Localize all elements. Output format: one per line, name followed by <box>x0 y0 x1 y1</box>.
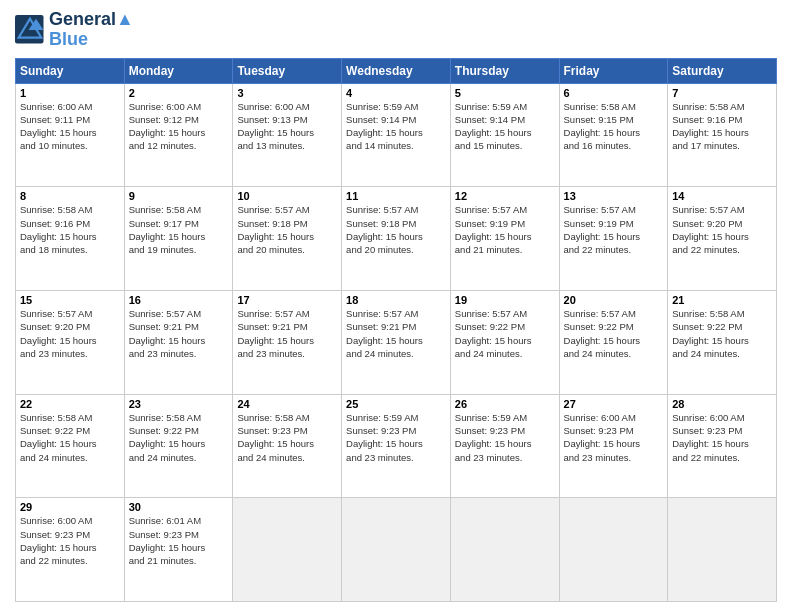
cell-content: Sunrise: 5:59 AMSunset: 9:23 PMDaylight:… <box>346 411 446 464</box>
calendar-cell: 11Sunrise: 5:57 AMSunset: 9:18 PMDayligh… <box>342 187 451 291</box>
calendar-cell: 21Sunrise: 5:58 AMSunset: 9:22 PMDayligh… <box>668 290 777 394</box>
day-number: 28 <box>672 398 772 410</box>
calendar-row-4: 29Sunrise: 6:00 AMSunset: 9:23 PMDayligh… <box>16 498 777 602</box>
cell-content: Sunrise: 6:00 AMSunset: 9:23 PMDaylight:… <box>20 514 120 567</box>
day-number: 14 <box>672 190 772 202</box>
calendar-cell: 9Sunrise: 5:58 AMSunset: 9:17 PMDaylight… <box>124 187 233 291</box>
calendar-header-saturday: Saturday <box>668 58 777 83</box>
day-number: 29 <box>20 501 120 513</box>
calendar-row-2: 15Sunrise: 5:57 AMSunset: 9:20 PMDayligh… <box>16 290 777 394</box>
calendar-table: SundayMondayTuesdayWednesdayThursdayFrid… <box>15 58 777 602</box>
cell-content: Sunrise: 5:58 AMSunset: 9:15 PMDaylight:… <box>564 100 664 153</box>
calendar-header-friday: Friday <box>559 58 668 83</box>
logo-text: General▲ Blue <box>49 10 134 50</box>
day-number: 24 <box>237 398 337 410</box>
calendar-header-tuesday: Tuesday <box>233 58 342 83</box>
calendar-cell: 14Sunrise: 5:57 AMSunset: 9:20 PMDayligh… <box>668 187 777 291</box>
day-number: 4 <box>346 87 446 99</box>
cell-content: Sunrise: 5:58 AMSunset: 9:22 PMDaylight:… <box>129 411 229 464</box>
cell-content: Sunrise: 5:57 AMSunset: 9:22 PMDaylight:… <box>564 307 664 360</box>
cell-content: Sunrise: 6:00 AMSunset: 9:12 PMDaylight:… <box>129 100 229 153</box>
cell-content: Sunrise: 5:57 AMSunset: 9:21 PMDaylight:… <box>129 307 229 360</box>
cell-content: Sunrise: 5:59 AMSunset: 9:23 PMDaylight:… <box>455 411 555 464</box>
day-number: 15 <box>20 294 120 306</box>
calendar-cell <box>233 498 342 602</box>
day-number: 7 <box>672 87 772 99</box>
cell-content: Sunrise: 5:58 AMSunset: 9:23 PMDaylight:… <box>237 411 337 464</box>
day-number: 20 <box>564 294 664 306</box>
day-number: 13 <box>564 190 664 202</box>
cell-content: Sunrise: 6:00 AMSunset: 9:23 PMDaylight:… <box>564 411 664 464</box>
day-number: 9 <box>129 190 229 202</box>
calendar-cell: 2Sunrise: 6:00 AMSunset: 9:12 PMDaylight… <box>124 83 233 187</box>
day-number: 17 <box>237 294 337 306</box>
cell-content: Sunrise: 5:57 AMSunset: 9:18 PMDaylight:… <box>237 203 337 256</box>
cell-content: Sunrise: 5:57 AMSunset: 9:21 PMDaylight:… <box>346 307 446 360</box>
day-number: 18 <box>346 294 446 306</box>
logo-icon <box>15 15 45 45</box>
day-number: 2 <box>129 87 229 99</box>
calendar-cell <box>668 498 777 602</box>
day-number: 30 <box>129 501 229 513</box>
calendar-cell: 13Sunrise: 5:57 AMSunset: 9:19 PMDayligh… <box>559 187 668 291</box>
calendar-cell <box>450 498 559 602</box>
day-number: 11 <box>346 190 446 202</box>
calendar-cell: 22Sunrise: 5:58 AMSunset: 9:22 PMDayligh… <box>16 394 125 498</box>
cell-content: Sunrise: 5:57 AMSunset: 9:21 PMDaylight:… <box>237 307 337 360</box>
calendar-cell: 17Sunrise: 5:57 AMSunset: 9:21 PMDayligh… <box>233 290 342 394</box>
cell-content: Sunrise: 5:59 AMSunset: 9:14 PMDaylight:… <box>346 100 446 153</box>
cell-content: Sunrise: 5:57 AMSunset: 9:19 PMDaylight:… <box>455 203 555 256</box>
day-number: 23 <box>129 398 229 410</box>
cell-content: Sunrise: 5:57 AMSunset: 9:20 PMDaylight:… <box>672 203 772 256</box>
day-number: 5 <box>455 87 555 99</box>
calendar-cell: 25Sunrise: 5:59 AMSunset: 9:23 PMDayligh… <box>342 394 451 498</box>
day-number: 8 <box>20 190 120 202</box>
calendar-cell: 23Sunrise: 5:58 AMSunset: 9:22 PMDayligh… <box>124 394 233 498</box>
calendar-cell: 16Sunrise: 5:57 AMSunset: 9:21 PMDayligh… <box>124 290 233 394</box>
calendar-cell: 6Sunrise: 5:58 AMSunset: 9:15 PMDaylight… <box>559 83 668 187</box>
day-number: 26 <box>455 398 555 410</box>
calendar-cell: 27Sunrise: 6:00 AMSunset: 9:23 PMDayligh… <box>559 394 668 498</box>
calendar-cell: 28Sunrise: 6:00 AMSunset: 9:23 PMDayligh… <box>668 394 777 498</box>
calendar-header-wednesday: Wednesday <box>342 58 451 83</box>
day-number: 25 <box>346 398 446 410</box>
cell-content: Sunrise: 5:58 AMSunset: 9:17 PMDaylight:… <box>129 203 229 256</box>
day-number: 12 <box>455 190 555 202</box>
cell-content: Sunrise: 5:57 AMSunset: 9:19 PMDaylight:… <box>564 203 664 256</box>
cell-content: Sunrise: 6:00 AMSunset: 9:13 PMDaylight:… <box>237 100 337 153</box>
calendar-cell: 7Sunrise: 5:58 AMSunset: 9:16 PMDaylight… <box>668 83 777 187</box>
header: General▲ Blue <box>15 10 777 50</box>
calendar-cell: 24Sunrise: 5:58 AMSunset: 9:23 PMDayligh… <box>233 394 342 498</box>
cell-content: Sunrise: 5:58 AMSunset: 9:22 PMDaylight:… <box>672 307 772 360</box>
cell-content: Sunrise: 5:57 AMSunset: 9:18 PMDaylight:… <box>346 203 446 256</box>
calendar-cell: 4Sunrise: 5:59 AMSunset: 9:14 PMDaylight… <box>342 83 451 187</box>
cell-content: Sunrise: 5:58 AMSunset: 9:22 PMDaylight:… <box>20 411 120 464</box>
calendar-cell: 8Sunrise: 5:58 AMSunset: 9:16 PMDaylight… <box>16 187 125 291</box>
calendar-header-sunday: Sunday <box>16 58 125 83</box>
calendar-cell: 20Sunrise: 5:57 AMSunset: 9:22 PMDayligh… <box>559 290 668 394</box>
page: General▲ Blue SundayMondayTuesdayWednesd… <box>0 0 792 612</box>
day-number: 3 <box>237 87 337 99</box>
day-number: 10 <box>237 190 337 202</box>
calendar-cell: 3Sunrise: 6:00 AMSunset: 9:13 PMDaylight… <box>233 83 342 187</box>
day-number: 21 <box>672 294 772 306</box>
calendar-row-3: 22Sunrise: 5:58 AMSunset: 9:22 PMDayligh… <box>16 394 777 498</box>
cell-content: Sunrise: 5:57 AMSunset: 9:20 PMDaylight:… <box>20 307 120 360</box>
day-number: 16 <box>129 294 229 306</box>
day-number: 22 <box>20 398 120 410</box>
day-number: 19 <box>455 294 555 306</box>
calendar-cell: 29Sunrise: 6:00 AMSunset: 9:23 PMDayligh… <box>16 498 125 602</box>
cell-content: Sunrise: 6:00 AMSunset: 9:23 PMDaylight:… <box>672 411 772 464</box>
cell-content: Sunrise: 5:58 AMSunset: 9:16 PMDaylight:… <box>672 100 772 153</box>
cell-content: Sunrise: 5:58 AMSunset: 9:16 PMDaylight:… <box>20 203 120 256</box>
calendar-cell: 10Sunrise: 5:57 AMSunset: 9:18 PMDayligh… <box>233 187 342 291</box>
calendar-cell: 19Sunrise: 5:57 AMSunset: 9:22 PMDayligh… <box>450 290 559 394</box>
calendar-cell: 18Sunrise: 5:57 AMSunset: 9:21 PMDayligh… <box>342 290 451 394</box>
calendar-cell: 15Sunrise: 5:57 AMSunset: 9:20 PMDayligh… <box>16 290 125 394</box>
calendar-row-1: 8Sunrise: 5:58 AMSunset: 9:16 PMDaylight… <box>16 187 777 291</box>
calendar-header-monday: Monday <box>124 58 233 83</box>
calendar-cell <box>559 498 668 602</box>
calendar-cell: 5Sunrise: 5:59 AMSunset: 9:14 PMDaylight… <box>450 83 559 187</box>
cell-content: Sunrise: 5:57 AMSunset: 9:22 PMDaylight:… <box>455 307 555 360</box>
calendar-header-thursday: Thursday <box>450 58 559 83</box>
